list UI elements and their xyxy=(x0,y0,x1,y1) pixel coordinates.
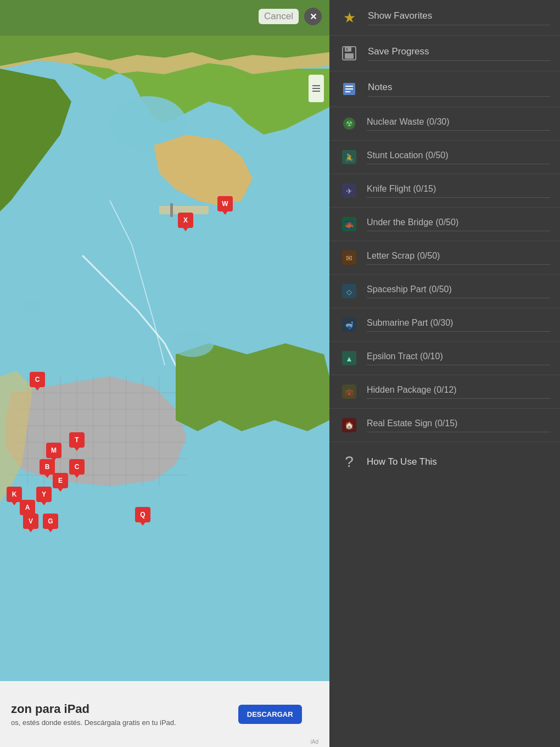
cancel-button[interactable]: Cancel xyxy=(259,9,299,24)
map-marker-M[interactable]: M xyxy=(46,443,61,458)
category-label-nuclear-waste: Nuclear Waste (0/30) xyxy=(367,117,550,131)
notes-label: Notes xyxy=(368,82,550,97)
map-marker-V[interactable]: V xyxy=(23,514,38,529)
star-icon: ★ xyxy=(339,8,359,27)
ad-banner: zon para iPad os, estés donde estés. Des… xyxy=(0,681,329,747)
sidebar: ★ Show Favorites Save Progress Notes xyxy=(329,0,560,747)
svg-rect-23 xyxy=(345,53,354,59)
markers-container: WXCTMBCEYKAVGQ xyxy=(0,0,329,676)
ad-subtitle: os, estés donde estés. Descárgala gratis… xyxy=(11,718,229,727)
category-item-real-estate-sign[interactable]: 🏠 Real Estate Sign (0/15) xyxy=(329,409,560,442)
map-container[interactable]: Cancel ✕ xyxy=(0,0,329,747)
category-icon-hidden-package: 💼 xyxy=(339,382,359,402)
svg-text:🚴: 🚴 xyxy=(345,153,355,163)
map-marker-X[interactable]: X xyxy=(178,213,193,228)
category-label-epsilon-tract: Epsilon Tract (0/10) xyxy=(367,352,550,365)
question-icon: ? xyxy=(339,452,359,472)
svg-text:🏠: 🏠 xyxy=(345,421,354,430)
save-icon xyxy=(339,43,359,63)
category-item-epsilon-tract[interactable]: ▲ Epsilon Tract (0/10) xyxy=(329,342,560,375)
category-item-stunt-location[interactable]: 🚴 Stunt Location (0/50) xyxy=(329,141,560,174)
category-icon-epsilon-tract: ▲ xyxy=(339,348,359,368)
category-label-spaceship-part: Spaceship Part (0/50) xyxy=(367,285,550,298)
svg-text:🤿: 🤿 xyxy=(345,321,354,330)
map-marker-Y[interactable]: Y xyxy=(36,487,52,502)
category-icon-submarine-part: 🤿 xyxy=(339,315,359,335)
map-marker-W[interactable]: W xyxy=(217,196,233,211)
notes-item[interactable]: Notes xyxy=(329,71,560,107)
svg-text:🌉: 🌉 xyxy=(345,220,354,230)
category-item-nuclear-waste[interactable]: ☢ Nuclear Waste (0/30) xyxy=(329,107,560,141)
svg-text:💼: 💼 xyxy=(345,388,354,397)
category-icon-knife-flight: ✈ xyxy=(339,181,359,200)
svg-text:◇: ◇ xyxy=(346,288,352,296)
map-marker-C[interactable]: C xyxy=(30,372,45,387)
category-label-hidden-package: Hidden Package (0/12) xyxy=(367,385,550,399)
category-label-stunt-location: Stunt Location (0/50) xyxy=(367,150,550,164)
category-icon-letter-scrap: ✉ xyxy=(339,248,359,267)
category-item-knife-flight[interactable]: ✈ Knife Flight (0/15) xyxy=(329,174,560,208)
svg-text:✈: ✈ xyxy=(346,187,352,196)
ad-label: iAd xyxy=(311,739,318,747)
map-marker-G[interactable]: G xyxy=(43,514,58,529)
map-marker-C2[interactable]: C xyxy=(69,459,85,475)
show-favorites-label: Show Favorites xyxy=(368,10,550,25)
how-to-use-item[interactable]: ? How To Use This xyxy=(329,442,560,482)
map-marker-Q[interactable]: Q xyxy=(135,507,150,522)
category-item-letter-scrap[interactable]: ✉ Letter Scrap (0/50) xyxy=(329,241,560,275)
category-item-hidden-package[interactable]: 💼 Hidden Package (0/12) xyxy=(329,375,560,409)
categories-container: ☢ Nuclear Waste (0/30) 🚴 Stunt Location … xyxy=(329,107,560,442)
category-icon-real-estate-sign: 🏠 xyxy=(339,415,359,435)
svg-text:✉: ✉ xyxy=(346,254,352,263)
ad-text: zon para iPad os, estés donde estés. Des… xyxy=(11,702,229,727)
category-label-under-the-bridge: Under the Bridge (0/50) xyxy=(367,218,550,231)
category-item-spaceship-part[interactable]: ◇ Spaceship Part (0/50) xyxy=(329,275,560,308)
map-marker-E[interactable]: E xyxy=(53,473,68,488)
notes-icon xyxy=(339,79,359,99)
category-label-real-estate-sign: Real Estate Sign (0/15) xyxy=(367,419,550,432)
category-item-under-the-bridge[interactable]: 🌉 Under the Bridge (0/50) xyxy=(329,208,560,241)
ad-title: zon para iPad xyxy=(11,702,229,716)
save-progress-item[interactable]: Save Progress xyxy=(329,36,560,71)
close-button[interactable]: ✕ xyxy=(304,8,322,25)
category-icon-stunt-location: 🚴 xyxy=(339,147,359,167)
category-label-submarine-part: Submarine Part (0/30) xyxy=(367,318,550,332)
category-label-knife-flight: Knife Flight (0/15) xyxy=(367,184,550,198)
category-icon-nuclear-waste: ☢ xyxy=(339,114,359,133)
svg-rect-22 xyxy=(345,47,351,52)
show-favorites-item[interactable]: ★ Show Favorites xyxy=(329,0,560,36)
save-progress-label: Save Progress xyxy=(368,46,550,61)
category-icon-spaceship-part: ◇ xyxy=(339,281,359,301)
map-marker-T[interactable]: T xyxy=(69,432,85,448)
svg-text:▲: ▲ xyxy=(345,354,353,363)
category-item-submarine-part[interactable]: 🤿 Submarine Part (0/30) xyxy=(329,308,560,342)
category-label-letter-scrap: Letter Scrap (0/50) xyxy=(367,251,550,265)
svg-text:☢: ☢ xyxy=(346,119,353,128)
ad-download-button[interactable]: DESCARGAR xyxy=(238,705,302,724)
category-icon-under-the-bridge: 🌉 xyxy=(339,214,359,234)
how-to-use-label: How To Use This xyxy=(367,456,437,467)
scroll-handle[interactable] xyxy=(309,75,324,102)
svg-rect-24 xyxy=(346,48,348,51)
